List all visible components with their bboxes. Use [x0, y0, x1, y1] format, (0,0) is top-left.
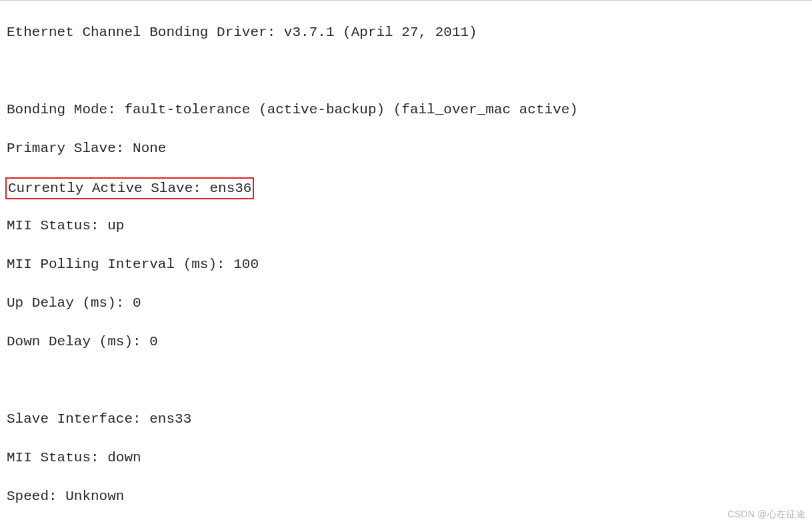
blank-line: [7, 371, 805, 390]
terminal-output[interactable]: Ethernet Channel Bonding Driver: v3.7.1 …: [0, 0, 812, 528]
slave1-speed: Speed: Unknown: [7, 487, 805, 506]
down-delay: Down Delay (ms): 0: [7, 332, 805, 351]
driver-line: Ethernet Channel Bonding Driver: v3.7.1 …: [7, 23, 805, 42]
primary-slave: Primary Slave: None: [7, 139, 805, 158]
highlight-active-slave: Currently Active Slave: ens36: [5, 177, 254, 199]
up-delay: Up Delay (ms): 0: [7, 293, 805, 313]
slave1-iface: Slave Interface: ens33: [7, 409, 805, 429]
mii-status: MII Status: up: [7, 216, 805, 235]
bonding-mode: Bonding Mode: fault-tolerance (active-ba…: [7, 100, 805, 119]
active-slave-line: Currently Active Slave: ens36: [7, 177, 805, 197]
mii-polling: MII Polling Interval (ms): 100: [7, 255, 805, 274]
slave1-duplex: Duplex: Unknown: [7, 525, 805, 528]
blank-line: [7, 61, 805, 81]
watermark-text: CSDN @心在征途: [727, 505, 805, 524]
slave1-mii-status: MII Status: down: [7, 448, 805, 467]
